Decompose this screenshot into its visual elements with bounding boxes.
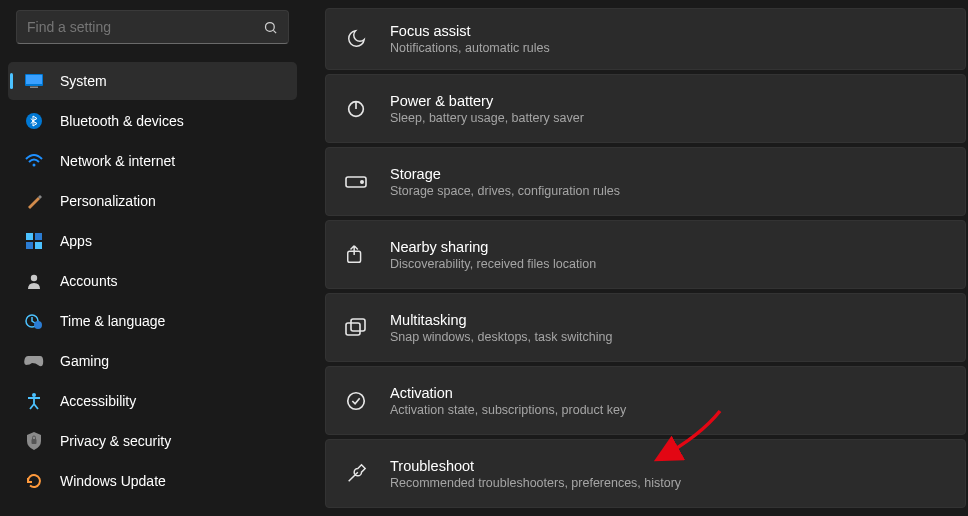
tile-power-battery[interactable]: Power & battery Sleep, battery usage, ba…: [325, 74, 966, 143]
shield-icon: [24, 431, 44, 451]
tile-content: Power & battery Sleep, battery usage, ba…: [390, 93, 584, 125]
nav-label: Bluetooth & devices: [60, 113, 184, 129]
nav-label: Time & language: [60, 313, 165, 329]
nav-item-accessibility[interactable]: Accessibility: [8, 382, 297, 420]
tile-title: Storage: [390, 166, 620, 182]
nav-item-bluetooth[interactable]: Bluetooth & devices: [8, 102, 297, 140]
search-input[interactable]: [27, 19, 247, 35]
nav-label: Personalization: [60, 193, 156, 209]
svg-point-6: [33, 164, 36, 167]
tile-title: Activation: [390, 385, 626, 401]
nav-item-accounts[interactable]: Accounts: [8, 262, 297, 300]
nav-item-time-language[interactable]: Time & language: [8, 302, 297, 340]
sidebar: System Bluetooth & devices Network & int…: [0, 0, 305, 516]
tile-title: Troubleshoot: [390, 458, 681, 474]
tile-focus-assist[interactable]: Focus assist Notifications, automatic ru…: [325, 8, 966, 70]
tile-title: Power & battery: [390, 93, 584, 109]
nav-item-privacy[interactable]: Privacy & security: [8, 422, 297, 460]
svg-point-14: [32, 393, 36, 397]
tile-content: Storage Storage space, drives, configura…: [390, 166, 620, 198]
svg-rect-7: [26, 233, 33, 240]
tile-content: Activation Activation state, subscriptio…: [390, 385, 626, 417]
nav-list: System Bluetooth & devices Network & int…: [8, 56, 297, 500]
tile-storage[interactable]: Storage Storage space, drives, configura…: [325, 147, 966, 216]
tile-nearby-sharing[interactable]: Nearby sharing Discoverability, received…: [325, 220, 966, 289]
nav-item-network[interactable]: Network & internet: [8, 142, 297, 180]
share-icon: [344, 243, 368, 267]
svg-line-1: [273, 30, 276, 33]
search-input-wrapper[interactable]: [16, 10, 289, 44]
tile-desc: Snap windows, desktops, task switching: [390, 330, 612, 344]
nav-label: Gaming: [60, 353, 109, 369]
search-icon: [263, 20, 278, 35]
tile-title: Focus assist: [390, 23, 550, 39]
svg-rect-8: [35, 233, 42, 240]
tile-troubleshoot[interactable]: Troubleshoot Recommended troubleshooters…: [325, 439, 966, 508]
tile-content: Multitasking Snap windows, desktops, tas…: [390, 312, 612, 344]
tile-content: Nearby sharing Discoverability, received…: [390, 239, 596, 271]
brush-icon: [24, 191, 44, 211]
drive-icon: [344, 170, 368, 194]
nav-item-system[interactable]: System: [8, 62, 297, 100]
nav-label: Accessibility: [60, 393, 136, 409]
svg-point-13: [34, 321, 42, 329]
nav-item-gaming[interactable]: Gaming: [8, 342, 297, 380]
power-icon: [344, 97, 368, 121]
gamepad-icon: [24, 351, 44, 371]
svg-rect-9: [26, 242, 33, 249]
tile-desc: Recommended troubleshooters, preferences…: [390, 476, 681, 490]
svg-rect-22: [351, 319, 365, 331]
wifi-icon: [24, 151, 44, 171]
nav-label: System: [60, 73, 107, 89]
nav-label: Apps: [60, 233, 92, 249]
nav-label: Network & internet: [60, 153, 175, 169]
nav-item-apps[interactable]: Apps: [8, 222, 297, 260]
tile-content: Focus assist Notifications, automatic ru…: [390, 23, 550, 55]
tile-desc: Notifications, automatic rules: [390, 41, 550, 55]
tile-title: Multitasking: [390, 312, 612, 328]
tile-desc: Activation state, subscriptions, product…: [390, 403, 626, 417]
update-icon: [24, 471, 44, 491]
svg-point-19: [361, 180, 363, 182]
selection-accent: [10, 73, 13, 89]
monitor-icon: [24, 71, 44, 91]
svg-point-11: [31, 275, 37, 281]
tile-desc: Discoverability, received files location: [390, 257, 596, 271]
svg-point-0: [266, 22, 275, 31]
main-content: Focus assist Notifications, automatic ru…: [305, 0, 968, 516]
nav-label: Privacy & security: [60, 433, 171, 449]
moon-icon: [344, 27, 368, 51]
tile-desc: Sleep, battery usage, battery saver: [390, 111, 584, 125]
svg-point-5: [26, 113, 42, 129]
nav-item-windows-update[interactable]: Windows Update: [8, 462, 297, 500]
tile-title: Nearby sharing: [390, 239, 596, 255]
apps-icon: [24, 231, 44, 251]
person-icon: [24, 271, 44, 291]
multitask-icon: [344, 316, 368, 340]
bluetooth-icon: [24, 111, 44, 131]
clock-globe-icon: [24, 311, 44, 331]
svg-point-23: [348, 392, 365, 409]
wrench-icon: [344, 462, 368, 486]
nav-item-personalization[interactable]: Personalization: [8, 182, 297, 220]
svg-rect-10: [35, 242, 42, 249]
svg-rect-4: [30, 87, 38, 89]
svg-rect-3: [26, 75, 42, 84]
tile-content: Troubleshoot Recommended troubleshooters…: [390, 458, 681, 490]
svg-rect-21: [346, 323, 360, 335]
search-container: [8, 10, 297, 54]
check-circle-icon: [344, 389, 368, 413]
tile-multitasking[interactable]: Multitasking Snap windows, desktops, tas…: [325, 293, 966, 362]
nav-label: Accounts: [60, 273, 118, 289]
svg-rect-15: [32, 439, 37, 444]
accessibility-icon: [24, 391, 44, 411]
tile-activation[interactable]: Activation Activation state, subscriptio…: [325, 366, 966, 435]
tile-desc: Storage space, drives, configuration rul…: [390, 184, 620, 198]
nav-label: Windows Update: [60, 473, 166, 489]
